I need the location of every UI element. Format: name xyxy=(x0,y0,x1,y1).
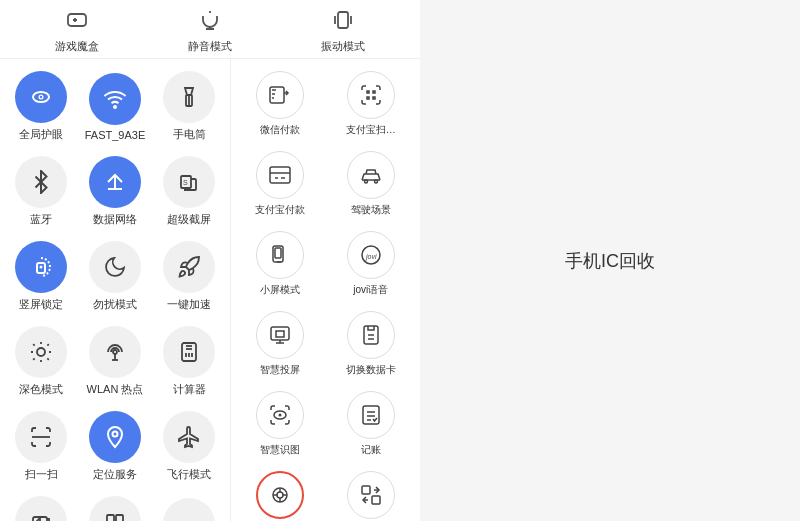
svg-line-17 xyxy=(33,344,34,345)
svg-line-18 xyxy=(47,358,48,359)
wechat-pay2-item[interactable]: …微信扫… xyxy=(326,463,417,521)
svg-rect-70 xyxy=(372,496,380,504)
hotspot-icon-wrap xyxy=(89,326,141,378)
wlan-hotspot-label: WLAN 热点 xyxy=(87,382,144,397)
svg-point-13 xyxy=(40,266,43,269)
one-key-boost-label: 一键加速 xyxy=(167,297,211,312)
full-protect-item[interactable]: 全局护眼 xyxy=(4,63,78,148)
right-panel: 手机IC回收 xyxy=(420,0,800,521)
floating-ball-icon-wrap xyxy=(256,471,304,519)
ledger-item[interactable]: 记账 xyxy=(326,383,417,463)
alipay-pay-item[interactable]: 支付宝付款 xyxy=(235,143,326,223)
vibrate-icon xyxy=(331,8,355,37)
ledger-label: 记账 xyxy=(361,443,381,457)
drive-scene-item[interactable]: 驾驶场景 xyxy=(326,143,417,223)
bluetooth-item[interactable]: 蓝牙 xyxy=(4,148,78,233)
dark-mode-label: 深色模式 xyxy=(19,382,63,397)
alipay-scan-item[interactable]: 支付宝扫… xyxy=(326,63,417,143)
bluetooth-icon-wrap xyxy=(15,156,67,208)
wifi-icon-wrap xyxy=(89,73,141,125)
ledger-icon-wrap xyxy=(347,391,395,439)
switch-sim-label: 切换数据卡 xyxy=(346,363,396,377)
data-network-label: 数据网络 xyxy=(93,212,137,227)
power-save-item[interactable]: 极省省电 xyxy=(4,488,78,521)
svg-rect-38 xyxy=(116,515,123,521)
smart-cast-item[interactable]: 智慧投屏 xyxy=(235,303,326,383)
no-disturb-label: 勿扰模式 xyxy=(93,297,137,312)
small-screen-item[interactable]: 小屏模式 xyxy=(235,223,326,303)
split-screen-item[interactable]: 分屏 xyxy=(78,488,152,521)
smart-cast-label: 智慧投屏 xyxy=(260,363,300,377)
cast-icon-wrap xyxy=(256,311,304,359)
vibrate-mode-item[interactable]: 振动模式 xyxy=(321,8,365,54)
svg-rect-69 xyxy=(362,486,370,494)
bluetooth-label: 蓝牙 xyxy=(30,212,52,227)
phone-panel: 游戏魔盒 静音模式 振动模式 xyxy=(0,0,420,521)
battery-icon-wrap xyxy=(15,496,67,521)
alipay-pay-label: 支付宝付款 xyxy=(255,203,305,217)
calc-icon-wrap xyxy=(163,326,215,378)
svg-rect-37 xyxy=(107,515,114,521)
svg-rect-59 xyxy=(363,406,379,424)
more-icon-wrap xyxy=(163,498,215,522)
fast-wifi-label: FAST_9A3E xyxy=(85,129,146,141)
alipay-scan-label: 支付宝扫… xyxy=(346,123,396,137)
moon-icon-wrap xyxy=(89,241,141,293)
drive-scene-label: 驾驶场景 xyxy=(351,203,391,217)
drive-icon-wrap xyxy=(347,151,395,199)
svg-point-48 xyxy=(374,180,377,183)
scan-label: 扫一扫 xyxy=(25,467,58,482)
smart-eye-icon-wrap xyxy=(256,391,304,439)
wlan-hotspot-item[interactable]: WLAN 热点 xyxy=(78,318,152,403)
lock-rotate-icon-wrap xyxy=(15,241,67,293)
calculator-label: 计算器 xyxy=(173,382,206,397)
controls-area: 全局护眼 FAST_9A3E xyxy=(0,59,420,521)
switch-sim-item[interactable]: 切换数据卡 xyxy=(326,303,417,383)
game-magic-box-item[interactable]: 游戏魔盒 xyxy=(55,8,99,54)
alipay-pay-icon-wrap xyxy=(256,151,304,199)
svg-point-4 xyxy=(40,96,42,98)
smart-recognize-label: 智慧识图 xyxy=(260,443,300,457)
sim-icon-wrap xyxy=(347,311,395,359)
more-item[interactable]: ... xyxy=(152,488,226,521)
eye-icon-wrap xyxy=(15,71,67,123)
full-protect-label: 全局护眼 xyxy=(19,127,63,142)
super-screenshot-item[interactable]: S 超级截屏 xyxy=(152,148,226,233)
silent-icon xyxy=(198,8,222,37)
scan-item[interactable]: 扫一扫 xyxy=(4,403,78,488)
wechat-pay-label: 微信付款 xyxy=(260,123,300,137)
calculator-item[interactable]: 计算器 xyxy=(152,318,226,403)
svg-text:S: S xyxy=(183,179,188,186)
wechat-pay-item[interactable]: 微信付款 xyxy=(235,63,326,143)
airplane-item[interactable]: 飞行模式 xyxy=(152,403,226,488)
smart-recognize-item[interactable]: 智慧识图 xyxy=(235,383,326,463)
airplane-label: 飞行模式 xyxy=(167,467,211,482)
portrait-lock-item[interactable]: 竖屏锁定 xyxy=(4,233,78,318)
flashlight-item[interactable]: 手电筒 xyxy=(152,63,226,148)
svg-text:jovi: jovi xyxy=(365,253,377,261)
data-network-item[interactable]: 数据网络 xyxy=(78,148,152,233)
svg-rect-43 xyxy=(270,167,290,183)
no-disturb-item[interactable]: 勿扰模式 xyxy=(78,233,152,318)
svg-line-21 xyxy=(33,358,34,359)
svg-point-5 xyxy=(114,106,116,108)
svg-point-47 xyxy=(364,180,367,183)
fast-wifi-item[interactable]: FAST_9A3E xyxy=(78,63,152,148)
floating-ball-item[interactable]: 悬浮球 xyxy=(235,463,326,521)
dark-mode-item[interactable]: 深色模式 xyxy=(4,318,78,403)
flashlight-label: 手电筒 xyxy=(173,127,206,142)
svg-point-58 xyxy=(279,414,282,417)
silent-mode-item[interactable]: 静音模式 xyxy=(188,8,232,54)
location-item[interactable]: 定位服务 xyxy=(78,403,152,488)
svg-line-22 xyxy=(47,344,48,345)
one-key-boost-item[interactable]: 一键加速 xyxy=(152,233,226,318)
alipay-scan-icon-wrap xyxy=(347,71,395,119)
flashlight-icon-wrap xyxy=(163,71,215,123)
jovi-voice-item[interactable]: jovi jovi语音 xyxy=(326,223,417,303)
data-icon-wrap xyxy=(89,156,141,208)
small-screen-label: 小屏模式 xyxy=(260,283,300,297)
game-label: 游戏魔盒 xyxy=(55,39,99,54)
rocket-icon-wrap xyxy=(163,241,215,293)
silent-label: 静音模式 xyxy=(188,39,232,54)
vibrate-label: 振动模式 xyxy=(321,39,365,54)
